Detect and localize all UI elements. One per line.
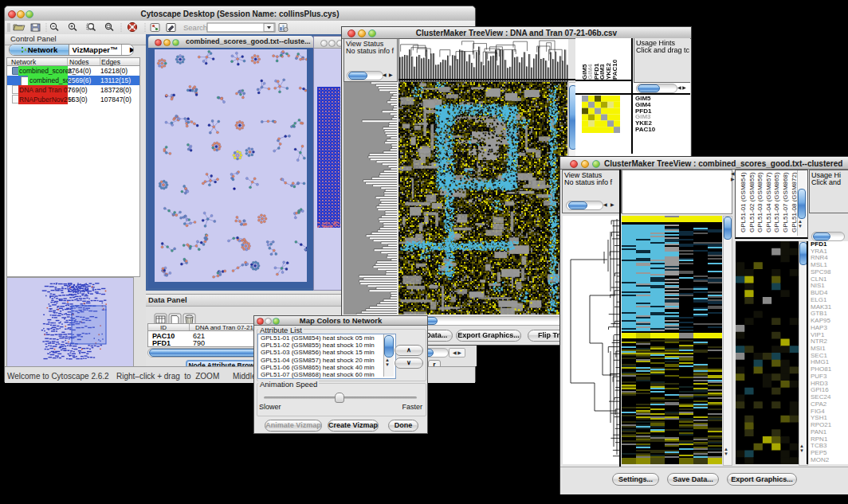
svg-text:GPL51-02 (GSM855): GPL51-02 (GSM855) xyxy=(748,172,756,232)
svg-text:GPL51-07 (GSM868): GPL51-07 (GSM868) xyxy=(782,172,789,232)
svg-text:GPL51-03 (GSM856): GPL51-03 (GSM856) xyxy=(756,172,764,232)
svg-text:GPL51-04 (GSM857): GPL51-04 (GSM857) xyxy=(765,172,772,232)
svg-text:Search:: Search: xyxy=(183,23,210,32)
svg-text:GPL51-06 (GSM865): GPL51-06 (GSM865) xyxy=(773,172,780,232)
svg-text:PAC10: PAC10 xyxy=(611,59,618,80)
svg-text:GPL51-01 (GSM854): GPL51-01 (GSM854) xyxy=(740,172,747,232)
